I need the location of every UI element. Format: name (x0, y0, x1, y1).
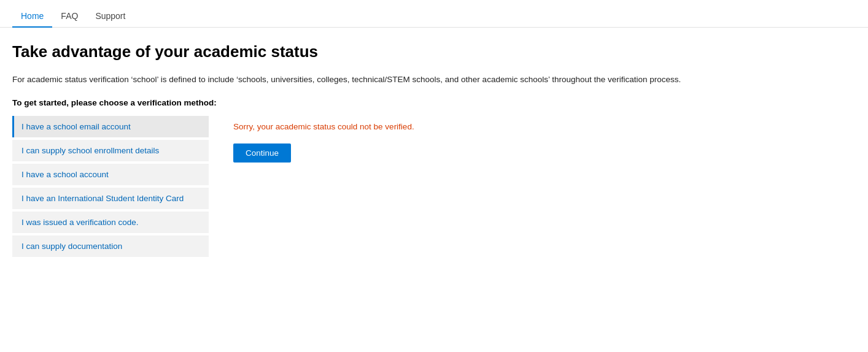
continue-button[interactable]: Continue (233, 143, 291, 163)
option-isic-label: I have an International Student Identity… (21, 194, 184, 203)
option-verification-code-label: I was issued a verification code. (21, 218, 139, 227)
option-school-email-label: I have a school email account (21, 122, 131, 131)
choose-method-label: To get started, please choose a verifica… (12, 98, 856, 107)
option-isic[interactable]: I have an International Student Identity… (12, 188, 209, 209)
description-text: For academic status verification ‘school… (12, 74, 856, 86)
error-message: Sorry, your academic status could not be… (233, 122, 414, 131)
option-documentation-label: I can supply documentation (21, 242, 122, 251)
nav-home[interactable]: Home (12, 6, 52, 27)
option-enrollment-details-label: I can supply school enrollment details (21, 146, 159, 155)
nav-bar: Home FAQ Support (0, 0, 868, 28)
option-enrollment-details[interactable]: I can supply school enrollment details (12, 140, 209, 161)
right-panel: Sorry, your academic status could not be… (233, 116, 414, 163)
option-school-account[interactable]: I have a school account (12, 164, 209, 185)
option-school-email[interactable]: I have a school email account (12, 116, 209, 137)
main-layout: I have a school email account I can supp… (12, 116, 856, 257)
page-content: Take advantage of your academic status F… (0, 42, 868, 257)
option-school-account-label: I have a school account (21, 170, 109, 179)
verification-options: I have a school email account I can supp… (12, 116, 209, 257)
option-verification-code[interactable]: I was issued a verification code. (12, 212, 209, 233)
nav-faq[interactable]: FAQ (52, 6, 87, 27)
page-title: Take advantage of your academic status (12, 42, 856, 61)
option-documentation[interactable]: I can supply documentation (12, 235, 209, 257)
nav-support[interactable]: Support (87, 6, 134, 27)
